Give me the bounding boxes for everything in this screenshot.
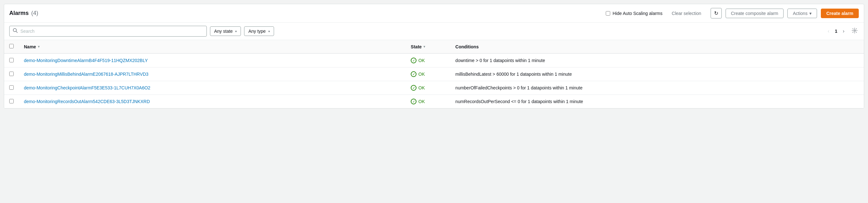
alarm-name-cell: demo-MonitoringDowntimeAlarmB4F4F519-11H… <box>19 54 406 67</box>
alarms-table-container: Name ▾ State ▾ Conditions <box>4 40 864 108</box>
state-ok-badge: ✓ OK <box>411 71 445 77</box>
row-checkbox-3[interactable] <box>9 99 14 103</box>
state-ok-label: OK <box>418 85 425 90</box>
table-row: demo-MonitoringRecordsOutAlarm542CDE63-3… <box>4 95 864 108</box>
table-row: demo-MonitoringDowntimeAlarmB4F4F519-11H… <box>4 54 864 67</box>
alarm-name-link[interactable]: demo-MonitoringDowntimeAlarmB4F4F519-11H… <box>24 58 148 63</box>
hide-autoscaling-label: Hide Auto Scaling alarms <box>613 11 662 16</box>
state-column-label: State <box>411 44 422 49</box>
state-filter-dropdown[interactable]: Any state ▾ <box>210 26 241 36</box>
row-checkbox-cell <box>4 95 19 108</box>
alarm-name-link[interactable]: demo-MonitoringMillisBehindAlarmE2067618… <box>24 72 149 77</box>
table-body: demo-MonitoringDowntimeAlarmB4F4F519-11H… <box>4 54 864 108</box>
search-wrapper <box>9 26 207 37</box>
alarm-state-cell: ✓ OK <box>406 67 450 81</box>
state-ok-badge: ✓ OK <box>411 99 445 104</box>
select-all-header <box>4 40 19 54</box>
alarm-name-cell: demo-MonitoringMillisBehindAlarmE2067618… <box>19 67 406 81</box>
alarm-condition-cell: millisBehindLatest > 60000 for 1 datapoi… <box>450 67 864 81</box>
condition-text: numRecordsOutPerSecond <= 0 for 1 datapo… <box>455 99 583 104</box>
alarm-name-cell: demo-MonitoringCheckpointAlarmF5E3E533-1… <box>19 81 406 95</box>
row-checkbox-cell <box>4 54 19 67</box>
next-page-button[interactable]: › <box>840 27 847 36</box>
row-checkbox-2[interactable] <box>9 85 14 90</box>
state-ok-label: OK <box>418 58 425 63</box>
alarms-panel: Alarms (4) Hide Auto Scaling alarms Clea… <box>4 4 864 108</box>
search-input[interactable] <box>21 29 203 34</box>
table-settings-icon[interactable] <box>850 26 859 36</box>
ok-icon: ✓ <box>411 58 416 63</box>
chevron-right-icon: › <box>843 28 844 34</box>
type-filter-chevron-icon: ▾ <box>268 30 270 33</box>
condition-text: millisBehindLatest > 60000 for 1 datapoi… <box>455 72 572 77</box>
pagination: ‹ 1 › <box>825 27 847 36</box>
create-alarm-button[interactable]: Create alarm <box>821 9 859 18</box>
alarm-state-cell: ✓ OK <box>406 95 450 108</box>
toolbar: Any state ▾ Any type ▾ ‹ 1 › <box>4 23 864 40</box>
refresh-button[interactable]: ↻ <box>711 8 722 19</box>
state-filter-label: Any state <box>214 29 232 34</box>
type-filter-label: Any type <box>248 29 266 34</box>
alarm-name-link[interactable]: demo-MonitoringRecordsOutAlarm542CDE63-3… <box>24 99 150 104</box>
row-checkbox-cell <box>4 67 19 81</box>
name-column-header: Name ▾ <box>19 40 406 54</box>
header-title-area: Alarms (4) <box>9 10 38 16</box>
alarm-condition-cell: numRecordsOutPerSecond <= 0 for 1 datapo… <box>450 95 864 108</box>
alarm-condition-cell: downtime > 0 for 1 datapoints within 1 m… <box>450 54 864 67</box>
state-filter-chevron-icon: ▾ <box>235 30 237 33</box>
type-filter-dropdown[interactable]: Any type ▾ <box>244 26 274 36</box>
actions-label: Actions <box>793 11 807 16</box>
state-column-header: State ▾ <box>406 40 450 54</box>
table-header: Name ▾ State ▾ Conditions <box>4 40 864 54</box>
chevron-left-icon: ‹ <box>828 28 830 34</box>
alarms-table: Name ▾ State ▾ Conditions <box>4 40 864 108</box>
alarm-name-cell: demo-MonitoringRecordsOutAlarm542CDE63-3… <box>19 95 406 108</box>
alarm-state-cell: ✓ OK <box>406 54 450 67</box>
actions-chevron-icon: ▾ <box>809 11 812 16</box>
table-row: demo-MonitoringCheckpointAlarmF5E3E533-1… <box>4 81 864 95</box>
select-all-checkbox[interactable] <box>9 44 14 48</box>
table-row: demo-MonitoringMillisBehindAlarmE2067618… <box>4 67 864 81</box>
svg-point-2 <box>854 30 856 31</box>
condition-text: numberOfFailedCheckpoints > 0 for 1 data… <box>455 85 583 90</box>
condition-text: downtime > 0 for 1 datapoints within 1 m… <box>455 58 545 63</box>
search-icon <box>13 28 18 34</box>
ok-icon: ✓ <box>411 99 416 104</box>
panel-header: Alarms (4) Hide Auto Scaling alarms Clea… <box>4 4 864 23</box>
ok-icon: ✓ <box>411 85 416 91</box>
alarm-condition-cell: numberOfFailedCheckpoints > 0 for 1 data… <box>450 81 864 95</box>
alarm-name-link[interactable]: demo-MonitoringCheckpointAlarmF5E3E533-1… <box>24 85 150 90</box>
name-sort-icon[interactable]: ▾ <box>38 45 39 48</box>
actions-button[interactable]: Actions ▾ <box>787 9 817 18</box>
ok-icon: ✓ <box>411 71 416 77</box>
prev-page-button[interactable]: ‹ <box>825 27 832 36</box>
page-number: 1 <box>835 29 837 34</box>
clear-selection-button[interactable]: Clear selection <box>666 9 707 18</box>
conditions-column-label: Conditions <box>455 44 478 49</box>
hide-autoscaling-checkbox[interactable] <box>606 11 610 15</box>
create-composite-alarm-button[interactable]: Create composite alarm <box>725 9 784 18</box>
state-ok-label: OK <box>418 72 425 77</box>
state-sort-icon[interactable]: ▾ <box>424 45 425 48</box>
row-checkbox-0[interactable] <box>9 58 14 62</box>
conditions-column-header: Conditions <box>450 40 864 54</box>
row-checkbox-1[interactable] <box>9 72 14 76</box>
state-ok-label: OK <box>418 99 425 104</box>
panel-title: Alarms <box>9 10 29 16</box>
alarm-state-cell: ✓ OK <box>406 81 450 95</box>
refresh-icon: ↻ <box>714 10 718 16</box>
hide-autoscaling-checkbox-label[interactable]: Hide Auto Scaling alarms <box>606 11 662 16</box>
row-checkbox-cell <box>4 81 19 95</box>
state-ok-badge: ✓ OK <box>411 58 445 63</box>
alarm-count: (4) <box>31 10 38 16</box>
svg-line-1 <box>16 32 18 33</box>
name-column-label: Name <box>24 44 36 49</box>
state-ok-badge: ✓ OK <box>411 85 445 91</box>
